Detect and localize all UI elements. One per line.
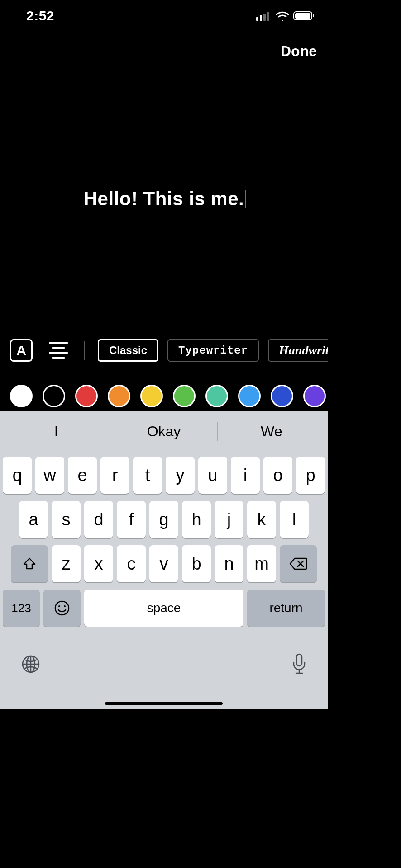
backspace-key[interactable]	[280, 545, 317, 582]
align-line-icon	[52, 357, 65, 359]
shift-icon	[22, 557, 37, 571]
done-button[interactable]: Done	[281, 43, 317, 60]
color-swatch[interactable]	[75, 385, 98, 407]
battery-icon	[293, 11, 315, 21]
key-e[interactable]: e	[68, 457, 97, 494]
text-align-button[interactable]	[47, 339, 70, 362]
color-swatch[interactable]	[238, 385, 261, 407]
key-t[interactable]: t	[133, 457, 162, 494]
key-b[interactable]: b	[182, 545, 211, 582]
key-n[interactable]: n	[215, 545, 243, 582]
space-key[interactable]: space	[84, 590, 243, 627]
font-option-handwrit[interactable]: Handwrit	[268, 339, 328, 362]
emoji-icon	[54, 600, 70, 616]
shift-key[interactable]	[11, 545, 48, 582]
color-swatch[interactable]	[205, 385, 228, 407]
svg-point-9	[64, 605, 66, 607]
cellular-icon	[256, 11, 272, 21]
svg-rect-2	[263, 14, 266, 21]
wifi-icon	[275, 11, 290, 21]
color-swatch[interactable]	[271, 385, 293, 407]
emoji-key[interactable]	[43, 590, 81, 627]
numbers-key[interactable]: 123	[3, 590, 40, 627]
key-h[interactable]: h	[182, 501, 211, 538]
key-i[interactable]: i	[231, 457, 260, 494]
key-w[interactable]: w	[35, 457, 64, 494]
keyboard-bottom-row	[0, 632, 328, 709]
key-m[interactable]: m	[247, 545, 276, 582]
suggestion-bar: I Okay We	[0, 411, 328, 451]
text-style-button[interactable]: A	[10, 339, 33, 362]
status-time: 2:52	[26, 8, 54, 24]
text-input[interactable]: Hello! This is me.	[84, 188, 244, 210]
suggestion[interactable]: We	[218, 423, 325, 440]
font-option-typewriter[interactable]: Typewriter	[167, 339, 259, 362]
key-u[interactable]: u	[198, 457, 227, 494]
color-swatch[interactable]	[10, 385, 33, 407]
status-icons	[256, 11, 315, 21]
key-p[interactable]: p	[296, 457, 325, 494]
align-line-icon	[52, 347, 65, 349]
text-canvas[interactable]: Hello! This is me.	[0, 72, 328, 326]
text-content: Hello! This is me.	[84, 188, 244, 209]
svg-rect-6	[313, 14, 314, 17]
home-indicator[interactable]	[105, 702, 223, 705]
svg-point-7	[55, 601, 69, 615]
svg-rect-12	[296, 654, 302, 666]
color-swatch[interactable]	[108, 385, 130, 407]
color-row	[0, 381, 328, 411]
align-line-icon	[49, 342, 68, 344]
key-q[interactable]: q	[3, 457, 32, 494]
key-y[interactable]: y	[166, 457, 195, 494]
key-j[interactable]: j	[215, 501, 243, 538]
key-v[interactable]: v	[149, 545, 178, 582]
key-d[interactable]: d	[84, 501, 113, 538]
key-o[interactable]: o	[263, 457, 292, 494]
color-swatch[interactable]	[140, 385, 163, 407]
font-option-classic[interactable]: Classic	[98, 339, 158, 362]
style-toolbar: A ClassicTypewriterHandwrit	[0, 335, 328, 366]
color-swatch[interactable]	[173, 385, 196, 407]
backspace-icon	[289, 557, 307, 570]
color-swatch[interactable]	[303, 385, 326, 407]
dictation-icon[interactable]	[291, 653, 307, 675]
key-s[interactable]: s	[52, 501, 81, 538]
svg-rect-5	[295, 13, 310, 19]
key-x[interactable]: x	[84, 545, 113, 582]
key-l[interactable]: l	[280, 501, 309, 538]
key-a[interactable]: a	[19, 501, 48, 538]
status-bar: 2:52	[0, 0, 328, 32]
svg-rect-0	[256, 17, 258, 21]
toolbar-divider	[84, 341, 85, 360]
svg-point-8	[58, 605, 60, 607]
key-k[interactable]: k	[247, 501, 276, 538]
key-z[interactable]: z	[52, 545, 81, 582]
suggestion[interactable]: I	[3, 423, 110, 440]
key-g[interactable]: g	[149, 501, 178, 538]
text-caret	[245, 190, 246, 208]
key-f[interactable]: f	[117, 501, 146, 538]
return-key[interactable]: return	[247, 590, 325, 627]
align-line-icon	[49, 352, 68, 354]
svg-rect-3	[267, 12, 269, 21]
key-r[interactable]: r	[100, 457, 129, 494]
svg-rect-1	[260, 15, 262, 21]
keyboard: I Okay We qwertyuiop asdfghjkl zxcvbnm 1…	[0, 411, 328, 709]
color-swatch[interactable]	[43, 385, 65, 407]
suggestion[interactable]: Okay	[110, 423, 217, 440]
globe-icon[interactable]	[21, 654, 41, 674]
key-c[interactable]: c	[117, 545, 146, 582]
